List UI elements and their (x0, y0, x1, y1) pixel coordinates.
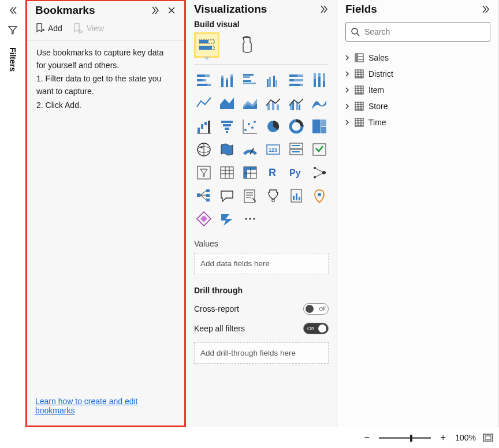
svg-rect-19 (243, 83, 256, 84)
svg-rect-97 (206, 189, 210, 192)
svg-rect-48 (204, 122, 207, 125)
svg-rect-9 (207, 84, 211, 86)
collapse-fields-icon[interactable] (479, 2, 493, 16)
collapse-filters-icon[interactable] (6, 3, 20, 17)
viz-powerapps[interactable] (194, 209, 214, 229)
viz-r-visual[interactable]: R (263, 163, 283, 182)
field-item-sales[interactable]: Sales (341, 50, 495, 66)
viz-treemap[interactable] (310, 117, 329, 136)
viz-stacked-bar[interactable] (194, 70, 214, 90)
svg-rect-23 (275, 80, 277, 87)
viz-pie[interactable] (263, 117, 283, 136)
svg-rect-2 (199, 40, 208, 43)
viz-multirow-card[interactable] (286, 140, 306, 159)
cross-report-label: Cross-report (194, 304, 239, 313)
collapse-visualizations-icon[interactable] (317, 2, 331, 16)
viz-stacked-column[interactable] (217, 70, 237, 90)
viz-table[interactable] (217, 163, 237, 182)
zoom-in-button[interactable]: + (438, 432, 448, 443)
fields-search-input[interactable] (364, 27, 485, 36)
viz-powerautomate[interactable] (217, 209, 237, 229)
viz-gauge[interactable] (240, 140, 260, 159)
svg-rect-46 (198, 128, 200, 133)
bookmark-add-icon (35, 23, 44, 33)
viz-py-visual[interactable]: Py (286, 163, 306, 182)
viz-clustered-column[interactable] (263, 70, 283, 90)
svg-line-94 (315, 168, 324, 173)
values-well[interactable]: Add data fields here (194, 253, 329, 274)
viz-key-influencers[interactable] (310, 163, 329, 182)
svg-rect-78 (198, 166, 210, 179)
status-bar: − + 100% (0, 427, 499, 448)
viz-line-clustered-column[interactable] (286, 94, 306, 113)
close-bookmarks-icon[interactable] (165, 3, 178, 17)
drill-through-well[interactable]: Add drill-through fields here (194, 342, 329, 364)
viz-paginated[interactable] (286, 186, 306, 206)
viz-stacked-area[interactable] (240, 94, 260, 113)
svg-point-113 (245, 218, 247, 219)
svg-rect-31 (314, 79, 316, 87)
bookmark-add-button[interactable]: Add (35, 23, 62, 33)
viz-filled-map[interactable] (217, 140, 237, 159)
viz-map[interactable] (194, 140, 214, 159)
filters-icon[interactable] (6, 23, 20, 37)
svg-rect-53 (225, 128, 229, 130)
viz-waterfall[interactable] (194, 117, 214, 136)
svg-rect-44 (296, 102, 298, 110)
bookmarks-learn-link[interactable]: Learn how to create and edit bookmarks (35, 397, 137, 415)
viz-scatter[interactable] (240, 117, 260, 136)
viz-100-stacked-column[interactable] (310, 70, 329, 90)
viz-goals[interactable] (263, 186, 283, 206)
viz-line-stacked-column[interactable] (263, 94, 283, 113)
field-item-item[interactable]: Item (341, 82, 495, 98)
field-item-district[interactable]: District (341, 66, 495, 82)
field-item-store[interactable]: Store (341, 98, 495, 114)
keep-filters-toggle[interactable]: On (303, 323, 329, 334)
svg-rect-49 (208, 121, 210, 133)
tab-build[interactable] (194, 32, 219, 58)
visualizations-pane: Visualizations Build visual (186, 0, 337, 427)
svg-line-102 (200, 195, 206, 200)
viz-card[interactable]: 123 (263, 140, 283, 159)
zoom-out-button[interactable]: − (362, 432, 372, 443)
viz-funnel[interactable] (217, 117, 237, 136)
field-item-time[interactable]: Time (341, 114, 495, 130)
viz-narrative[interactable] (240, 186, 260, 206)
bookmark-add-label: Add (48, 24, 62, 33)
field-label: District (368, 69, 393, 79)
viz-kpi[interactable] (310, 140, 329, 159)
fit-page-button[interactable] (483, 432, 493, 443)
svg-rect-51 (221, 121, 233, 123)
fields-search[interactable] (345, 22, 490, 42)
chevron-right-icon (344, 120, 350, 125)
svg-rect-86 (244, 167, 247, 178)
viz-area[interactable] (217, 94, 237, 113)
viz-100-stacked-bar[interactable] (286, 70, 306, 90)
viz-donut[interactable] (286, 117, 306, 136)
tab-format[interactable] (234, 32, 260, 58)
fields-title: Fields (345, 3, 476, 16)
svg-rect-11 (221, 76, 224, 78)
svg-rect-27 (289, 79, 294, 81)
field-label: Sales (368, 53, 389, 62)
viz-line[interactable] (194, 94, 214, 113)
viz-arcgis[interactable] (310, 186, 329, 206)
viz-ribbon[interactable] (310, 94, 329, 113)
bookmarks-title: Bookmarks (35, 4, 146, 17)
zoom-slider[interactable] (379, 437, 431, 439)
table-icon (355, 69, 364, 79)
chevron-right-icon (344, 103, 350, 109)
viz-slicer[interactable] (194, 163, 214, 182)
svg-rect-110 (296, 193, 297, 200)
collapse-bookmarks-icon[interactable] (148, 3, 162, 17)
svg-rect-109 (293, 196, 295, 200)
drill-through-header: Drill through (186, 274, 337, 301)
viz-decomposition-tree[interactable] (194, 186, 214, 206)
cross-report-toggle[interactable]: Off (303, 303, 329, 315)
viz-clustered-bar[interactable] (240, 70, 260, 90)
viz-more[interactable] (240, 209, 260, 229)
viz-matrix[interactable] (240, 163, 260, 182)
viz-qa[interactable] (217, 186, 237, 206)
svg-rect-20 (267, 79, 269, 87)
svg-rect-15 (230, 74, 233, 77)
